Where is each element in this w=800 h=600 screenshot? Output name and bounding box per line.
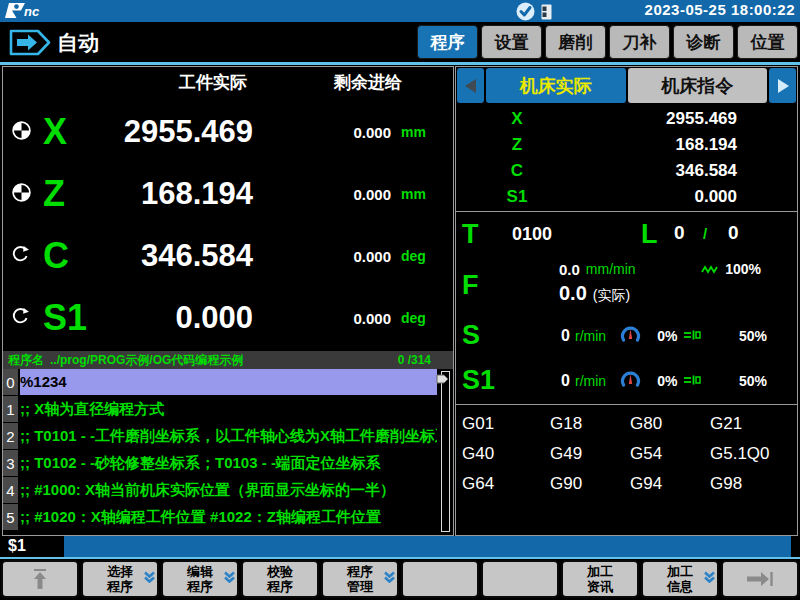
gauge-icon (620, 370, 641, 391)
tab-program[interactable]: 程序 (417, 25, 478, 59)
divider (456, 404, 797, 405)
line-number: 4 (3, 477, 18, 503)
datetime: 2023-05-25 18:00:22 (645, 1, 795, 18)
axis-row-s1: S1 0.000 0.000 deg (3, 287, 453, 349)
code-line[interactable]: 5 ;; #1020：X轴编程工件位置 #1022：Z轴编程工件位置 (3, 504, 453, 530)
spindle-speed-unit: r/min (575, 328, 606, 344)
feed-override-percent: 100% (725, 261, 761, 277)
softkey-verify-program[interactable]: 校验 程序 (241, 560, 319, 598)
program-code-listing[interactable]: 0 %1234 1 ;; X轴为直径编程方式 2 ;; T0101 - -工件磨… (3, 369, 453, 535)
tab-machine-command[interactable]: 机床指令 (628, 68, 768, 103)
program-name-bar: 程序名 ../prog/PROG示例/OG代码编程示例 0 /314 (3, 351, 453, 369)
axis-remain-value: 0.000 (253, 310, 391, 327)
check-circle-icon (516, 2, 535, 21)
axis-name: S1 (43, 300, 111, 336)
spindle-limit-percent: 50% (739, 373, 767, 389)
tab-settings[interactable]: 设置 (481, 25, 542, 59)
chevron-down-icon (383, 571, 396, 588)
datum-icon (3, 120, 43, 145)
tab-grinding[interactable]: 磨削 (545, 25, 606, 59)
axis-row-c: C 346.584 0.000 deg (3, 225, 453, 287)
softkey-label: 资讯 (587, 579, 613, 594)
line-text: ;; #1020：X轴编程工件位置 #1022：Z轴编程工件位置 (20, 504, 437, 530)
gcode: G90 (550, 474, 630, 504)
softkey-label: 程序 (267, 579, 293, 594)
code-line[interactable]: 4 ;; #1000: X轴当前机床实际位置（界面显示坐标的一半） (3, 477, 453, 503)
softkey-machining-message[interactable]: 加工 信息 (641, 560, 719, 598)
main-menu-tabs: 程序 设置 磨削 刀补 诊断 位置 (417, 25, 798, 59)
axis-actual-value: 0.000 (111, 300, 253, 336)
spindle-speed-value: 0 (556, 372, 570, 390)
tab-tool-comp[interactable]: 刀补 (609, 25, 670, 59)
code-line[interactable]: 2 ;; T0101 - -工件磨削坐标系，以工件轴心线为X轴工件磨削坐标系 (3, 423, 453, 449)
softkey-edit-program[interactable]: 编辑 程序 (161, 560, 239, 598)
spindle-label: S1 (462, 365, 495, 396)
machine-axis-value: 0.000 (538, 187, 797, 207)
chevron-down-icon (703, 571, 716, 588)
rapid-icon (683, 327, 701, 345)
softkey-machining-info[interactable]: 加工 资讯 (561, 560, 639, 598)
line-number: 2 (3, 423, 18, 449)
softkey-page-right[interactable] (721, 560, 799, 598)
spindle-override-percent: 0% (657, 328, 677, 344)
axis-unit: mm (391, 186, 453, 202)
prev-view-button[interactable] (457, 68, 484, 103)
machine-axis-value: 2955.469 (538, 109, 797, 129)
feed-status-row: F 0.0 mm/min 100% 0.0 (实际) (456, 256, 797, 313)
gcode: G54 (630, 444, 710, 474)
machine-view-tabs: 机床实际 机床指令 (456, 67, 797, 104)
column-header-actual: 工件实际 (133, 71, 293, 94)
tab-position[interactable]: 位置 (737, 25, 798, 59)
softkey-select-program[interactable]: 选择 程序 (81, 560, 159, 598)
axis-remain-value: 0.000 (253, 248, 391, 265)
gcode: G98 (710, 474, 797, 504)
line-text: ;; T0101 - -工件磨削坐标系，以工件轴心线为X轴工件磨削坐标系 (20, 423, 437, 449)
code-line[interactable]: 1 ;; X轴为直径编程方式 (3, 396, 453, 422)
gcode: G01 (462, 414, 550, 444)
title-bar: 自动 程序 设置 磨削 刀补 诊断 位置 (0, 22, 800, 62)
line-number: 1 (3, 396, 18, 422)
chevron-down-icon (223, 571, 236, 588)
softkey-empty[interactable] (481, 560, 559, 598)
top-status-bar: nc 2023-05-25 18:00:22 (0, 0, 800, 22)
axis-name: Z (43, 176, 111, 212)
axis-unit: deg (391, 310, 453, 326)
softkey-label: 程序 (347, 564, 373, 579)
softkey-label: 程序 (187, 579, 213, 594)
axis-remain-value: 0.000 (253, 124, 391, 141)
next-view-button[interactable] (769, 68, 796, 103)
softkey-empty[interactable] (401, 560, 479, 598)
scroll-marker-icon[interactable] (436, 371, 449, 389)
line-text: ;; T0102 - -砂轮修整坐标系；T0103 - -端面定位坐标系 (20, 450, 437, 476)
line-number: 0 (3, 369, 18, 395)
feed-wave-icon (701, 260, 719, 278)
code-line[interactable]: 3 ;; T0102 - -砂轮修整坐标系；T0103 - -端面定位坐标系 (3, 450, 453, 476)
tab-diagnosis[interactable]: 诊断 (673, 25, 734, 59)
softkey-program-manage[interactable]: 程序 管理 (321, 560, 399, 598)
machine-axis-name: S1 (496, 187, 538, 207)
axis-row-x: X 2955.469 0.000 mm (3, 101, 453, 163)
tool-life-current: 0 (674, 222, 685, 244)
machine-status-panel: 机床实际 机床指令 X 2955.469 Z 168.194 C 346.584… (455, 66, 798, 536)
gcode: G5.1Q0 (710, 444, 797, 474)
spindle-s-row: S 0 r/min 0% 50% (456, 313, 797, 358)
status-icons (516, 2, 552, 21)
command-input[interactable] (64, 536, 791, 557)
tab-machine-actual[interactable]: 机床实际 (486, 68, 626, 103)
code-line[interactable]: 0 %1234 (3, 369, 453, 395)
gcode: G18 (550, 414, 630, 444)
code-scrollbar[interactable] (441, 371, 450, 532)
axis-remain-value: 0.000 (253, 186, 391, 203)
axes-header: 工件实际 剩余进给 (3, 71, 453, 101)
tool-life-label: L (641, 219, 658, 250)
gcode: G94 (630, 474, 710, 504)
rapid-icon (683, 372, 701, 390)
softkey-label: 管理 (347, 579, 373, 594)
softkey-label: 信息 (667, 579, 693, 594)
feed-label: F (462, 270, 479, 301)
spindle-speed-value: 0 (556, 327, 570, 345)
tool-number: 0100 (512, 224, 552, 245)
softkey-page-up[interactable] (1, 560, 79, 598)
column-header-remain: 剩余进给 (298, 71, 438, 94)
gcode: G40 (462, 444, 550, 474)
